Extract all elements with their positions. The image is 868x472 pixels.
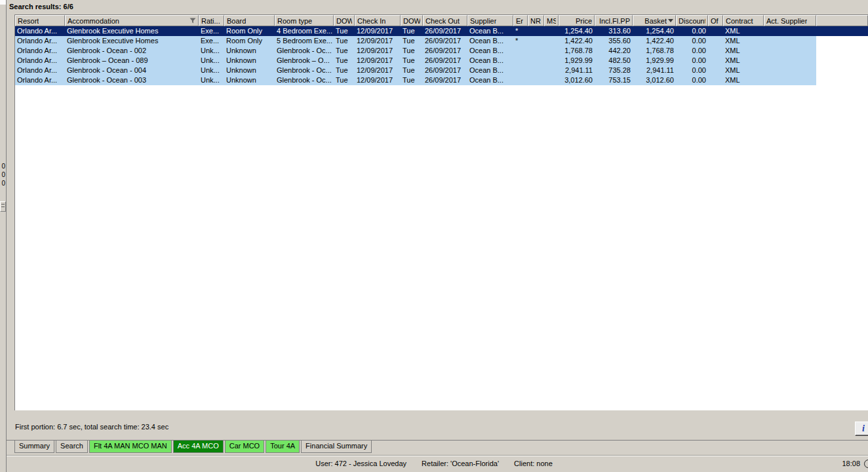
tab-search[interactable]: Search: [56, 441, 88, 453]
column-header-label: MS: [547, 17, 556, 25]
column-header-rating[interactable]: Rati...: [199, 15, 224, 26]
cell-room-type: Glenbrook - Oc...: [275, 46, 334, 56]
column-header-room-type[interactable]: Room type: [275, 15, 334, 26]
cell-nr: [528, 56, 544, 66]
cell-check-in: 12/09/2017: [355, 66, 401, 75]
cell-accommodation: Glenbrook Executive Homes: [65, 26, 199, 36]
column-header-supplier[interactable]: Supplier: [467, 15, 513, 26]
column-header-label: Room type: [277, 17, 312, 25]
column-header-dow-out[interactable]: DOW: [401, 15, 423, 26]
strip-fragment: 0: [0, 179, 5, 187]
cell-rating: Unk...: [199, 75, 224, 85]
window-corner-fragment: [0, 0, 6, 5]
cell-resort: Orlando Ar...: [15, 56, 65, 66]
cell-check-out: 26/09/2017: [423, 26, 467, 36]
column-header-basket[interactable]: Basket: [633, 15, 676, 26]
status-retailer: Retailer: 'Ocean-Florida': [422, 460, 499, 467]
cell-dow-out: Tue: [401, 36, 423, 46]
cell-discount: 0.00: [676, 75, 708, 85]
column-header-er[interactable]: Er: [513, 15, 528, 26]
result-row-1[interactable]: Orlando Ar...Glenbrook Executive HomesEx…: [15, 26, 868, 36]
cell-incl-fl-pp: 442.20: [595, 46, 633, 56]
info-button[interactable]: i: [855, 422, 868, 436]
column-header-accommodation[interactable]: Accommodation: [65, 15, 199, 26]
column-header-dow-in[interactable]: DOW: [334, 15, 355, 26]
cell-check-in: 12/09/2017: [355, 56, 401, 66]
tab-tour-4a[interactable]: Tour 4A: [266, 441, 300, 453]
cell-price: 3,012.60: [559, 75, 595, 85]
grip-line-icon: [1, 206, 5, 207]
column-header-board[interactable]: Board: [224, 15, 275, 26]
column-header-label: Resort: [18, 17, 39, 25]
column-header-label: Board: [227, 17, 246, 25]
column-header-label: Check Out: [425, 17, 460, 25]
cell-rating: Exe...: [199, 36, 224, 46]
column-header-label: Act. Supplier: [766, 17, 807, 25]
cell-discount: 0.00: [676, 26, 708, 36]
result-row-2[interactable]: Orlando Ar...Glenbrook Executive HomesEx…: [15, 36, 868, 46]
cell-er: [513, 46, 528, 56]
cell-dow-out: Tue: [401, 56, 423, 66]
column-header-label: Er: [516, 17, 523, 25]
column-header-label: Contract: [726, 17, 753, 25]
cell-check-out: 26/09/2017: [423, 56, 467, 66]
column-header-label: Rati...: [201, 17, 220, 25]
column-header-check-out[interactable]: Check Out: [423, 15, 467, 26]
result-row-6[interactable]: Orlando Ar...Glenbrook - Ocean - 003Unk.…: [15, 75, 868, 85]
cell-supplier: Ocean B...: [467, 66, 513, 75]
search-results-panel: Search results: 6/6 ResortAccommodationR…: [7, 0, 868, 455]
cell-dow-in: Tue: [334, 56, 355, 66]
column-header-label: Price: [576, 17, 592, 25]
column-header-check-in[interactable]: Check In: [355, 15, 401, 26]
cell-dow-out: Tue: [401, 75, 423, 85]
result-row-4[interactable]: Orlando Ar...Glenbrook – Ocean - 089Unk.…: [15, 56, 868, 66]
cell-accommodation: Glenbrook – Ocean - 089: [65, 56, 199, 66]
cell-supplier: Ocean B...: [467, 75, 513, 85]
column-header-discount[interactable]: Discount: [676, 15, 708, 26]
tab-summary[interactable]: Summary: [14, 441, 54, 453]
cell-room-type: 5 Bedroom Exe...: [275, 36, 334, 46]
column-header-price[interactable]: Price: [559, 15, 595, 26]
cell-dow-in: Tue: [334, 26, 355, 36]
cell-spacer: [816, 36, 868, 46]
column-header-act-supplier[interactable]: Act. Supplier: [764, 15, 816, 26]
cell-spacer: [816, 46, 868, 56]
column-header-label: Accommodation: [68, 17, 119, 25]
cell-board: Unknown: [224, 66, 275, 75]
cell-ms: [544, 46, 559, 56]
cell-contract: XML: [723, 46, 764, 56]
column-header-ms[interactable]: MS: [544, 15, 559, 26]
tab-flt-4a-man-mco-man[interactable]: Flt 4A MAN MCO MAN: [89, 441, 172, 453]
cell-act-supplier: [764, 75, 816, 85]
column-header-incl-fl-pp[interactable]: Incl.Fl.PP: [595, 15, 633, 26]
tab-acc-4a-mco[interactable]: Acc 4A MCO: [173, 441, 224, 453]
cell-spacer: [816, 56, 868, 66]
result-row-5[interactable]: Orlando Ar...Glenbrook - Ocean - 004Unk.…: [15, 66, 868, 75]
tab-financial-summary[interactable]: Financial Summary: [301, 441, 372, 453]
column-header-of[interactable]: Of: [708, 15, 723, 26]
result-row-3[interactable]: Orlando Ar...Glenbrook - Ocean - 002Unk.…: [15, 46, 868, 56]
tab-car-mco[interactable]: Car MCO: [225, 441, 264, 453]
column-header-contract[interactable]: Contract: [723, 15, 764, 26]
cell-rating: Unk...: [199, 46, 224, 56]
cell-contract: XML: [723, 66, 764, 75]
cell-er: *: [513, 26, 528, 36]
status-bar: User: 472 - Jessica Loveday Retailer: 'O…: [0, 455, 868, 472]
cell-basket: 1,422.40: [633, 36, 676, 46]
splitter-handle[interactable]: [0, 201, 6, 212]
column-header-nr[interactable]: NR: [528, 15, 544, 26]
cell-contract: XML: [723, 56, 764, 66]
strip-fragment: 0: [0, 170, 5, 179]
cell-spacer: [816, 75, 868, 85]
cell-price: 1,422.40: [559, 36, 595, 46]
cell-ms: [544, 75, 559, 85]
status-clock: 18:08: [842, 460, 868, 467]
cell-ms: [544, 36, 559, 46]
cell-rating: Exe...: [199, 26, 224, 36]
filter-icon[interactable]: [189, 18, 196, 24]
column-header-spacer[interactable]: [816, 15, 868, 26]
cell-incl-fl-pp: 735.28: [595, 66, 633, 75]
cell-nr: [528, 75, 544, 85]
cell-supplier: Ocean B...: [467, 46, 513, 56]
column-header-resort[interactable]: Resort: [15, 15, 65, 26]
